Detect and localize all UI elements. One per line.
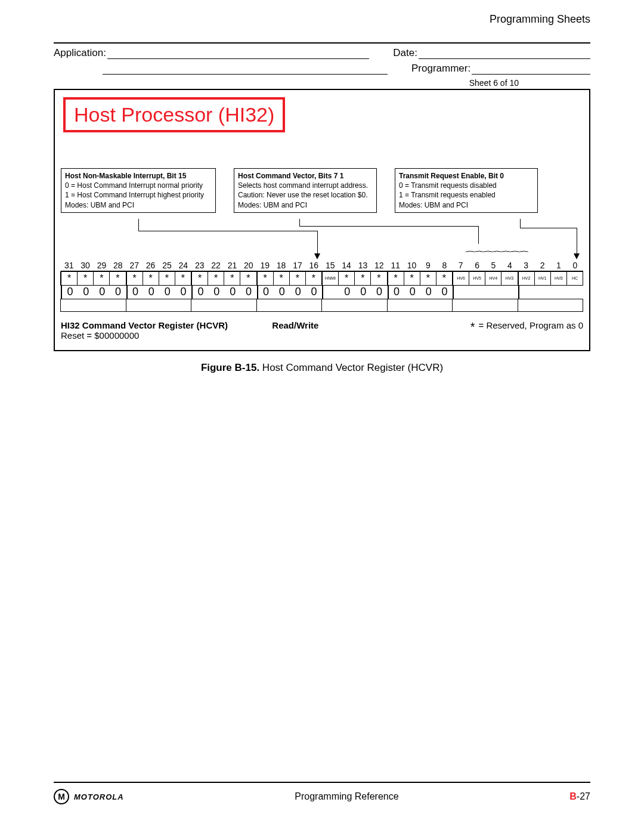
bit-value: 0 <box>436 286 453 299</box>
bit-number: 9 <box>420 261 436 271</box>
bit-number: 0 <box>567 261 583 271</box>
bit-number: 26 <box>143 261 159 271</box>
blank-cell <box>452 299 518 312</box>
bit-symbol: HV1 <box>534 271 551 286</box>
bit-number: 24 <box>175 261 191 271</box>
bit-symbol: HV2 <box>518 271 535 286</box>
bit-symbol: * <box>354 271 371 286</box>
callout-tre: Transmit Request Enable, Bit 0 0 = Trans… <box>395 168 538 213</box>
bit-value <box>567 286 583 299</box>
sheet-number: Sheet 6 of 10 <box>54 78 590 88</box>
page-prefix: B <box>569 791 577 801</box>
bit-number: 14 <box>338 261 354 271</box>
bit-value: 0 <box>159 286 175 299</box>
footer-center: Programming Reference <box>295 791 398 802</box>
star-icon: * <box>470 324 475 330</box>
blank-cell <box>60 299 126 312</box>
bit-value: 0 <box>371 286 388 299</box>
bit-number: 20 <box>240 261 256 271</box>
bit-value: 0 <box>241 286 257 299</box>
bit-number: 28 <box>110 261 126 271</box>
bit-value <box>486 286 502 299</box>
callout-line: 1 = Transmit requests enabled <box>399 190 534 200</box>
bit-number: 25 <box>159 261 175 271</box>
callout-line: Caution: Never use the reset location $0… <box>238 190 373 200</box>
bit-number: 31 <box>61 261 77 271</box>
callout-hcv: Host Command Vector, Bits 7 1 Selects ho… <box>234 168 377 213</box>
bit-number: 2 <box>534 261 550 271</box>
bit-symbol: * <box>60 271 78 286</box>
bit-symbol: HV4 <box>485 271 501 286</box>
bit-value: 0 <box>290 286 306 299</box>
application-line-2 <box>103 64 388 75</box>
bit-symbol: HV3 <box>501 271 518 286</box>
bit-symbol: * <box>143 271 159 286</box>
callout-line: Modes: UBM and PCI <box>65 200 212 210</box>
callout-line: Modes: UBM and PCI <box>238 200 373 210</box>
motorola-icon: M <box>54 789 69 804</box>
callout-line: Selects host command interrupt address. <box>238 181 373 190</box>
callout-line: 0 = Transmit requests disabled <box>399 181 534 190</box>
register-diagram: Host Processor (HI32) Host Non-Maskable … <box>54 89 590 351</box>
bit-number: 3 <box>518 261 534 271</box>
leader-lines: ︷︷︷︷︷︷︷ <box>61 219 583 261</box>
bit-number: 18 <box>273 261 289 271</box>
page-section-header: Programming Sheets <box>54 13 590 26</box>
bit-number: 17 <box>289 261 305 271</box>
page-footer: M MOTOROLA Programming Reference B-27 <box>54 782 590 804</box>
blank-cell <box>191 299 257 312</box>
bit-symbol: * <box>289 271 306 286</box>
bit-number: 11 <box>388 261 404 271</box>
bit-value <box>322 286 339 299</box>
legend-text: = Reserved, Program as 0 <box>478 320 583 330</box>
legend: * = Reserved, Program as 0 <box>470 320 583 330</box>
bit-table: 3130292827262524232221201918171615141312… <box>61 261 583 312</box>
bit-value <box>518 286 535 299</box>
bit-number: 12 <box>371 261 387 271</box>
callout-title: Transmit Request Enable, Bit 0 <box>399 171 534 181</box>
brand-text: MOTOROLA <box>74 792 124 801</box>
bit-symbol: * <box>175 271 191 286</box>
bit-value: 0 <box>388 286 405 299</box>
bit-number: 27 <box>126 261 143 271</box>
bit-symbol: * <box>191 271 208 286</box>
bit-value: 0 <box>78 286 94 299</box>
blank-cell <box>126 299 192 312</box>
bit-number: 4 <box>501 261 518 271</box>
callout-line: Modes: UBM and PCI <box>399 200 534 210</box>
bit-number: 22 <box>208 261 224 271</box>
bit-value: 0 <box>94 286 110 299</box>
bit-symbol: HNMI <box>321 271 339 286</box>
bit-number: 30 <box>77 261 93 271</box>
bit-symbol: * <box>159 271 175 286</box>
programmer-line <box>472 64 590 75</box>
brand-logo: M MOTOROLA <box>54 789 124 804</box>
bit-number: 13 <box>355 261 371 271</box>
page-number: B-27 <box>569 791 590 802</box>
bit-value <box>470 286 486 299</box>
bit-symbol: * <box>240 271 256 286</box>
bit-number: 29 <box>94 261 110 271</box>
bit-number: 19 <box>257 261 273 271</box>
blank-cell <box>321 299 388 312</box>
date-line <box>419 48 590 59</box>
callout-title: Host Non-Maskable Interrupt, Bit 15 <box>65 171 212 181</box>
bit-value: 0 <box>306 286 322 299</box>
bit-value: 0 <box>355 286 371 299</box>
bit-number: 21 <box>224 261 240 271</box>
blank-cell <box>518 299 584 312</box>
bit-symbol: HC <box>566 271 583 286</box>
bit-value: 0 <box>175 286 191 299</box>
bit-number: 5 <box>485 261 501 271</box>
programmer-label: Programmer: <box>411 63 470 75</box>
bit-value: 0 <box>110 286 126 299</box>
bit-symbol: * <box>404 271 420 286</box>
bit-value: 0 <box>225 286 241 299</box>
blank-cell <box>387 299 453 312</box>
bit-symbol: * <box>208 271 224 286</box>
bit-symbol: * <box>93 271 110 286</box>
bit-value <box>453 286 470 299</box>
bit-symbol: HV5 <box>469 271 485 286</box>
bit-symbol: * <box>370 271 387 286</box>
bit-value: 0 <box>209 286 225 299</box>
